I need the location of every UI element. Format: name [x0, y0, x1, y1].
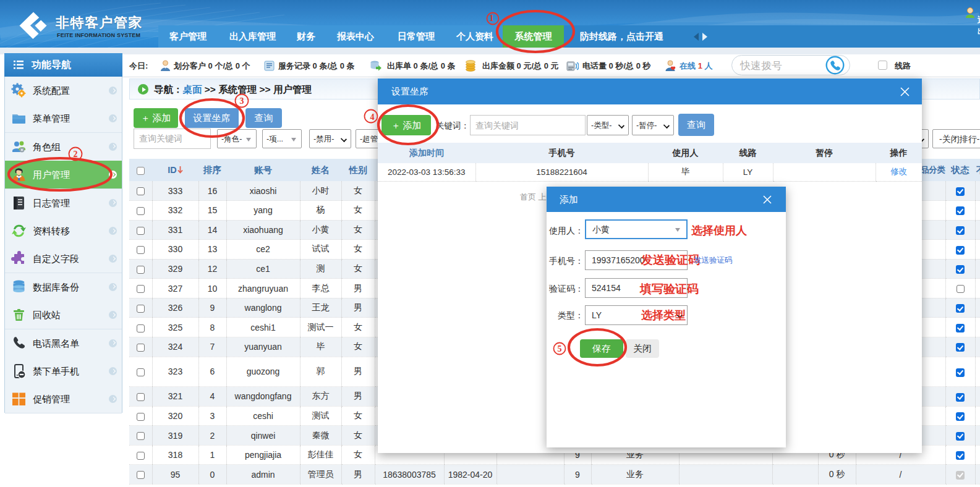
svg-text:4: 4 — [370, 112, 375, 122]
